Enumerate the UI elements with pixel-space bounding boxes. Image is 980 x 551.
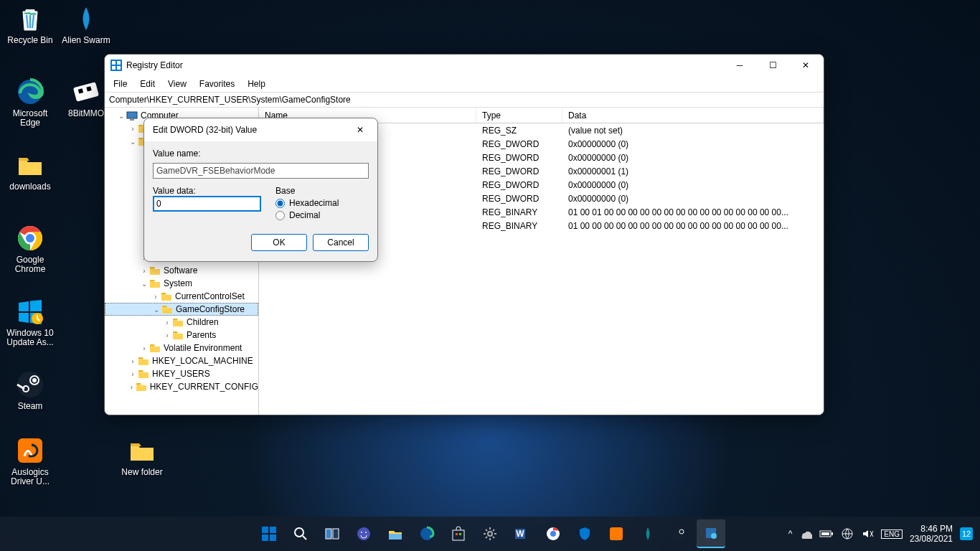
ok-button[interactable]: OK — [251, 234, 307, 251]
desktop-icon-new-folder[interactable]: New folder — [115, 433, 169, 479]
clock-time: 8:46 PM — [910, 524, 953, 534]
tree-toggle[interactable]: › — [128, 383, 136, 391]
value-name-input[interactable] — [153, 163, 369, 179]
desktop-icon-recycle-bin[interactable]: Recycle Bin — [3, 1, 57, 47]
menu-view[interactable]: View — [162, 77, 192, 90]
svg-point-44 — [711, 533, 717, 539]
taskbar[interactable]: W ^ ENG 8:46 PM 23/08/2021 12 — [0, 517, 980, 551]
tree-toggle[interactable]: › — [139, 344, 149, 352]
svg-rect-21 — [270, 527, 276, 533]
base-label: Base — [275, 186, 369, 196]
app-active-button[interactable] — [697, 519, 725, 548]
tree-toggle[interactable]: ⌄ — [151, 306, 161, 314]
system-tray[interactable]: ^ ENG 8:46 PM 23/08/2021 12 — [788, 524, 980, 545]
tree-node[interactable]: ›Software — [105, 264, 258, 277]
network-icon[interactable] — [841, 527, 854, 540]
column-type[interactable]: Type — [476, 108, 562, 123]
steam-taskbar-button[interactable] — [665, 519, 694, 548]
battery-icon[interactable] — [819, 529, 834, 539]
tree-node[interactable]: ›HKEY_LOCAL_MACHINE — [105, 354, 258, 367]
chat-button[interactable] — [349, 519, 378, 548]
desktop-icon-edge[interactable]: Microsoft Edge — [3, 75, 57, 129]
svg-rect-34 — [459, 533, 461, 535]
word-button[interactable]: W — [507, 519, 536, 548]
task-view-button[interactable] — [318, 519, 347, 548]
tree-node[interactable]: ›HKEY_CURRENT_CONFIG — [105, 380, 258, 393]
desktop-icon-label: Alien Swarm — [62, 36, 110, 45]
svg-rect-18 — [127, 112, 137, 118]
desktop-icon-downloads[interactable]: downloads — [3, 148, 57, 193]
dec-radio-input[interactable] — [275, 211, 285, 220]
ime-icon[interactable]: ENG — [881, 529, 903, 539]
search-button[interactable] — [286, 519, 315, 548]
taskbar-center: W — [255, 519, 725, 548]
tree-toggle[interactable]: › — [128, 370, 138, 378]
titlebar[interactable]: Registry Editor ─ ☐ ✕ — [105, 55, 824, 76]
tree-toggle[interactable]: › — [128, 125, 138, 133]
regedit-icon — [110, 60, 122, 71]
maximize-button[interactable]: ☐ — [756, 55, 789, 76]
hex-radio-input[interactable] — [275, 199, 285, 208]
base-hex-radio[interactable]: Hexadecimal — [275, 198, 369, 208]
tree-toggle[interactable]: ⌄ — [116, 112, 126, 120]
desktop-icon-label: downloads — [9, 182, 50, 192]
address-bar[interactable]: Computer\HKEY_CURRENT_USER\System\GameCo… — [105, 92, 824, 108]
security-button[interactable] — [570, 519, 599, 548]
alien-swarm-icon — [70, 3, 102, 34]
tree-node[interactable]: ⌄GameConfigStore — [105, 303, 258, 316]
dialog-titlebar[interactable]: Edit DWORD (32-bit) Value ✕ — [144, 118, 377, 141]
tree-label: HKEY_LOCAL_MACHINE — [152, 356, 253, 366]
svg-point-41 — [673, 527, 686, 540]
tree-node[interactable]: ⌄System — [105, 277, 258, 290]
explorer-button[interactable] — [381, 519, 410, 548]
desktop-icon-auslogics[interactable]: Auslogics Driver U... — [3, 433, 57, 488]
cancel-button[interactable]: Cancel — [313, 234, 369, 251]
svg-rect-47 — [821, 532, 829, 535]
tree-node[interactable]: ›CurrentControlSet — [105, 290, 258, 303]
svg-rect-17 — [117, 66, 121, 70]
tree-node[interactable]: ›Children — [105, 316, 258, 329]
tree-toggle[interactable]: ⌄ — [139, 280, 149, 288]
tree-node[interactable]: ›HKEY_USERS — [105, 367, 258, 380]
tree-toggle[interactable]: › — [151, 293, 161, 301]
tree-node[interactable]: ›Volatile Environment — [105, 342, 258, 354]
dialog-close-button[interactable]: ✕ — [346, 119, 374, 141]
chrome-taskbar-button[interactable] — [539, 519, 567, 548]
start-button[interactable] — [255, 519, 283, 548]
notifications-badge[interactable]: 12 — [960, 527, 973, 540]
minimize-button[interactable]: ─ — [723, 55, 756, 76]
close-button[interactable]: ✕ — [789, 55, 822, 76]
desktop-icon-chrome[interactable]: Google Chrome — [3, 221, 57, 276]
base-dec-radio[interactable]: Decimal — [275, 210, 369, 220]
app-teal-button[interactable] — [633, 519, 662, 548]
value-type: REG_DWORD — [476, 180, 562, 190]
clock[interactable]: 8:46 PM 23/08/2021 — [910, 524, 953, 545]
app-orange-button[interactable] — [602, 519, 631, 548]
svg-point-28 — [361, 532, 362, 533]
tree-toggle[interactable]: › — [162, 319, 172, 326]
desktop-icon-alien-swarm[interactable]: Alien Swarm — [59, 1, 113, 47]
volume-icon[interactable] — [861, 527, 874, 540]
menu-help[interactable]: Help — [242, 77, 271, 90]
value-data-input[interactable] — [153, 196, 261, 212]
column-data[interactable]: Data — [562, 108, 824, 123]
desktop-icon-win10-update[interactable]: Windows 10 Update As... — [3, 294, 57, 349]
dialog-title: Edit DWORD (32-bit) Value — [153, 125, 346, 135]
tree-toggle[interactable]: › — [128, 357, 138, 365]
desktop-icon-steam[interactable]: Steam — [3, 367, 57, 413]
onedrive-icon[interactable] — [799, 527, 812, 540]
tree-toggle[interactable]: ⌄ — [128, 138, 138, 146]
tree-toggle[interactable]: › — [139, 267, 149, 275]
store-button[interactable] — [444, 519, 473, 548]
tree-node[interactable]: ›Parents — [105, 329, 258, 342]
tree-label: CurrentControlSet — [175, 291, 245, 301]
value-data: 01 00 01 00 00 00 00 00 00 00 00 00 00 0… — [562, 207, 824, 217]
menu-file[interactable]: File — [108, 77, 133, 90]
menu-edit[interactable]: Edit — [134, 77, 161, 90]
settings-button[interactable] — [476, 519, 504, 548]
value-type: REG_DWORD — [476, 139, 562, 149]
edge-taskbar-button[interactable] — [413, 519, 441, 548]
menu-favorites[interactable]: Favorites — [194, 77, 240, 90]
tray-chevron[interactable]: ^ — [788, 529, 793, 539]
tree-toggle[interactable]: › — [162, 331, 172, 339]
